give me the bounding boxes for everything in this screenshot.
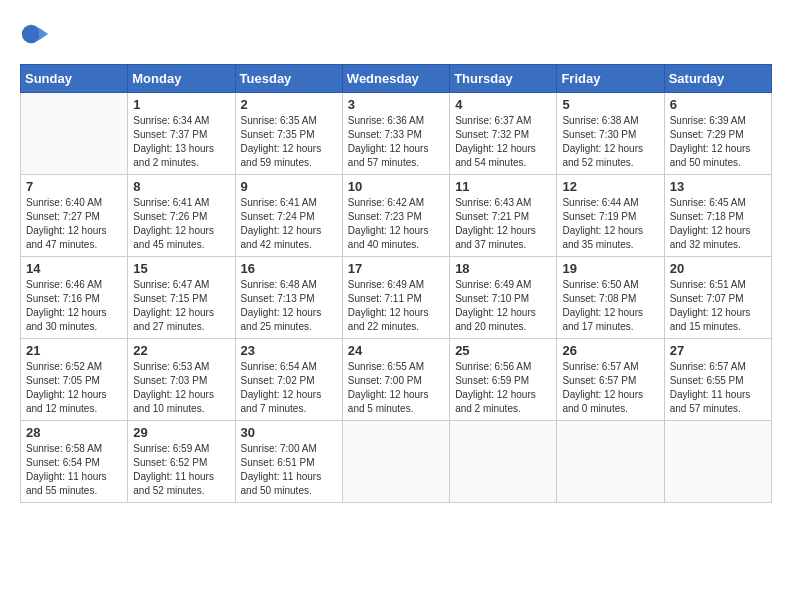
day-number: 27 (670, 343, 766, 358)
calendar-week-4: 21Sunrise: 6:52 AMSunset: 7:05 PMDayligh… (21, 339, 772, 421)
calendar-cell: 9Sunrise: 6:41 AMSunset: 7:24 PMDaylight… (235, 175, 342, 257)
day-number: 12 (562, 179, 658, 194)
calendar-cell: 6Sunrise: 6:39 AMSunset: 7:29 PMDaylight… (664, 93, 771, 175)
calendar-cell: 23Sunrise: 6:54 AMSunset: 7:02 PMDayligh… (235, 339, 342, 421)
day-info: Sunrise: 6:35 AMSunset: 7:35 PMDaylight:… (241, 114, 337, 170)
day-number: 8 (133, 179, 229, 194)
day-number: 20 (670, 261, 766, 276)
day-info: Sunrise: 6:45 AMSunset: 7:18 PMDaylight:… (670, 196, 766, 252)
day-info: Sunrise: 6:34 AMSunset: 7:37 PMDaylight:… (133, 114, 229, 170)
day-number: 2 (241, 97, 337, 112)
svg-marker-1 (39, 27, 48, 40)
day-info: Sunrise: 6:57 AMSunset: 6:57 PMDaylight:… (562, 360, 658, 416)
day-number: 25 (455, 343, 551, 358)
calendar-cell: 24Sunrise: 6:55 AMSunset: 7:00 PMDayligh… (342, 339, 449, 421)
day-info: Sunrise: 6:38 AMSunset: 7:30 PMDaylight:… (562, 114, 658, 170)
calendar-cell: 20Sunrise: 6:51 AMSunset: 7:07 PMDayligh… (664, 257, 771, 339)
calendar-cell: 13Sunrise: 6:45 AMSunset: 7:18 PMDayligh… (664, 175, 771, 257)
calendar-cell: 22Sunrise: 6:53 AMSunset: 7:03 PMDayligh… (128, 339, 235, 421)
logo-icon (20, 20, 48, 48)
day-info: Sunrise: 7:00 AMSunset: 6:51 PMDaylight:… (241, 442, 337, 498)
day-number: 6 (670, 97, 766, 112)
header-saturday: Saturday (664, 65, 771, 93)
calendar-week-2: 7Sunrise: 6:40 AMSunset: 7:27 PMDaylight… (21, 175, 772, 257)
day-number: 1 (133, 97, 229, 112)
day-info: Sunrise: 6:50 AMSunset: 7:08 PMDaylight:… (562, 278, 658, 334)
day-info: Sunrise: 6:41 AMSunset: 7:24 PMDaylight:… (241, 196, 337, 252)
day-number: 7 (26, 179, 122, 194)
calendar-cell: 12Sunrise: 6:44 AMSunset: 7:19 PMDayligh… (557, 175, 664, 257)
day-info: Sunrise: 6:46 AMSunset: 7:16 PMDaylight:… (26, 278, 122, 334)
header-monday: Monday (128, 65, 235, 93)
header-sunday: Sunday (21, 65, 128, 93)
day-info: Sunrise: 6:49 AMSunset: 7:10 PMDaylight:… (455, 278, 551, 334)
calendar-cell (664, 421, 771, 503)
day-info: Sunrise: 6:55 AMSunset: 7:00 PMDaylight:… (348, 360, 444, 416)
calendar-cell (342, 421, 449, 503)
calendar-week-5: 28Sunrise: 6:58 AMSunset: 6:54 PMDayligh… (21, 421, 772, 503)
day-number: 21 (26, 343, 122, 358)
day-number: 29 (133, 425, 229, 440)
day-number: 17 (348, 261, 444, 276)
day-number: 24 (348, 343, 444, 358)
day-info: Sunrise: 6:51 AMSunset: 7:07 PMDaylight:… (670, 278, 766, 334)
day-info: Sunrise: 6:42 AMSunset: 7:23 PMDaylight:… (348, 196, 444, 252)
day-info: Sunrise: 6:40 AMSunset: 7:27 PMDaylight:… (26, 196, 122, 252)
calendar-week-1: 1Sunrise: 6:34 AMSunset: 7:37 PMDaylight… (21, 93, 772, 175)
calendar-cell: 18Sunrise: 6:49 AMSunset: 7:10 PMDayligh… (450, 257, 557, 339)
day-info: Sunrise: 6:44 AMSunset: 7:19 PMDaylight:… (562, 196, 658, 252)
day-info: Sunrise: 6:47 AMSunset: 7:15 PMDaylight:… (133, 278, 229, 334)
day-info: Sunrise: 6:57 AMSunset: 6:55 PMDaylight:… (670, 360, 766, 416)
calendar-cell: 15Sunrise: 6:47 AMSunset: 7:15 PMDayligh… (128, 257, 235, 339)
logo (20, 20, 52, 48)
day-number: 30 (241, 425, 337, 440)
day-number: 13 (670, 179, 766, 194)
header-wednesday: Wednesday (342, 65, 449, 93)
calendar-cell: 16Sunrise: 6:48 AMSunset: 7:13 PMDayligh… (235, 257, 342, 339)
calendar-cell: 4Sunrise: 6:37 AMSunset: 7:32 PMDaylight… (450, 93, 557, 175)
calendar-cell: 19Sunrise: 6:50 AMSunset: 7:08 PMDayligh… (557, 257, 664, 339)
day-number: 10 (348, 179, 444, 194)
day-number: 19 (562, 261, 658, 276)
day-info: Sunrise: 6:36 AMSunset: 7:33 PMDaylight:… (348, 114, 444, 170)
day-number: 22 (133, 343, 229, 358)
day-info: Sunrise: 6:39 AMSunset: 7:29 PMDaylight:… (670, 114, 766, 170)
day-number: 3 (348, 97, 444, 112)
calendar-cell: 7Sunrise: 6:40 AMSunset: 7:27 PMDaylight… (21, 175, 128, 257)
calendar-cell: 28Sunrise: 6:58 AMSunset: 6:54 PMDayligh… (21, 421, 128, 503)
calendar-week-3: 14Sunrise: 6:46 AMSunset: 7:16 PMDayligh… (21, 257, 772, 339)
header-thursday: Thursday (450, 65, 557, 93)
calendar-cell: 2Sunrise: 6:35 AMSunset: 7:35 PMDaylight… (235, 93, 342, 175)
day-info: Sunrise: 6:37 AMSunset: 7:32 PMDaylight:… (455, 114, 551, 170)
day-info: Sunrise: 6:43 AMSunset: 7:21 PMDaylight:… (455, 196, 551, 252)
day-info: Sunrise: 6:48 AMSunset: 7:13 PMDaylight:… (241, 278, 337, 334)
day-number: 28 (26, 425, 122, 440)
calendar-cell: 25Sunrise: 6:56 AMSunset: 6:59 PMDayligh… (450, 339, 557, 421)
day-info: Sunrise: 6:58 AMSunset: 6:54 PMDaylight:… (26, 442, 122, 498)
day-number: 15 (133, 261, 229, 276)
day-number: 14 (26, 261, 122, 276)
calendar-cell: 26Sunrise: 6:57 AMSunset: 6:57 PMDayligh… (557, 339, 664, 421)
day-info: Sunrise: 6:41 AMSunset: 7:26 PMDaylight:… (133, 196, 229, 252)
svg-point-0 (22, 25, 41, 44)
day-number: 4 (455, 97, 551, 112)
calendar-cell: 10Sunrise: 6:42 AMSunset: 7:23 PMDayligh… (342, 175, 449, 257)
calendar-header-row: SundayMondayTuesdayWednesdayThursdayFrid… (21, 65, 772, 93)
day-number: 26 (562, 343, 658, 358)
day-number: 18 (455, 261, 551, 276)
calendar-cell: 11Sunrise: 6:43 AMSunset: 7:21 PMDayligh… (450, 175, 557, 257)
day-number: 5 (562, 97, 658, 112)
day-info: Sunrise: 6:54 AMSunset: 7:02 PMDaylight:… (241, 360, 337, 416)
calendar-cell: 14Sunrise: 6:46 AMSunset: 7:16 PMDayligh… (21, 257, 128, 339)
calendar: SundayMondayTuesdayWednesdayThursdayFrid… (20, 64, 772, 503)
calendar-cell (21, 93, 128, 175)
day-info: Sunrise: 6:59 AMSunset: 6:52 PMDaylight:… (133, 442, 229, 498)
day-info: Sunrise: 6:52 AMSunset: 7:05 PMDaylight:… (26, 360, 122, 416)
calendar-cell: 30Sunrise: 7:00 AMSunset: 6:51 PMDayligh… (235, 421, 342, 503)
calendar-cell: 29Sunrise: 6:59 AMSunset: 6:52 PMDayligh… (128, 421, 235, 503)
day-number: 11 (455, 179, 551, 194)
calendar-cell: 5Sunrise: 6:38 AMSunset: 7:30 PMDaylight… (557, 93, 664, 175)
calendar-cell (450, 421, 557, 503)
day-number: 16 (241, 261, 337, 276)
day-info: Sunrise: 6:53 AMSunset: 7:03 PMDaylight:… (133, 360, 229, 416)
